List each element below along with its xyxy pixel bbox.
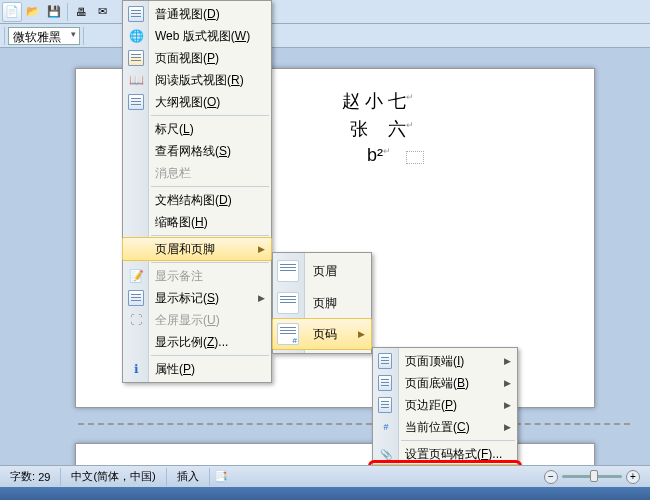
menu-item-web-view[interactable]: 🌐Web 版式视图(W) xyxy=(123,25,271,47)
doc-text: 张 xyxy=(350,119,368,139)
toolbar-row-1: 📄 📂 💾 🖶 ✉ xyxy=(0,0,650,24)
status-bar: 字数: 29 中文(简体，中国) 插入 📑 − + xyxy=(0,465,650,487)
status-indicator-icon[interactable]: 📑 xyxy=(210,468,232,486)
toolbar-button[interactable]: ✉ xyxy=(92,2,112,22)
menu-item-properties[interactable]: ℹ属性(P) xyxy=(123,358,271,380)
menu-item-show-markup[interactable]: 显示标记(S)▶ xyxy=(123,287,271,309)
doc-text: 赵 小 七 xyxy=(342,91,406,111)
menu-item-thumbnails[interactable]: 缩略图(H) xyxy=(123,211,271,233)
menu-item-format-page-numbers[interactable]: 📎设置页码格式(F)... xyxy=(373,443,517,465)
menu-item-page-bottom[interactable]: 页面底端(B)▶ xyxy=(373,372,517,394)
toolbar-button[interactable]: 📂 xyxy=(23,2,43,22)
toolbar-button[interactable]: 💾 xyxy=(44,2,64,22)
menu-item-fullscreen: ⛶全屏显示(U) xyxy=(123,309,271,331)
zoom-control: − + xyxy=(544,470,640,484)
menu-item-ruler[interactable]: 标尺(L) xyxy=(123,118,271,140)
toolbar-button[interactable]: 📄 xyxy=(2,2,22,22)
menu-item-reading-view[interactable]: 📖阅读版式视图(R) xyxy=(123,69,271,91)
toolbar-row-2: 微软雅黑 xyxy=(0,24,650,48)
submenu-arrow-icon: ▶ xyxy=(504,378,511,388)
submenu-arrow-icon: ▶ xyxy=(258,244,265,254)
menu-item-page-view[interactable]: 页面视图(P) xyxy=(123,47,271,69)
windows-taskbar[interactable] xyxy=(0,487,650,500)
status-language[interactable]: 中文(简体，中国) xyxy=(61,468,166,486)
doc-text: b² xyxy=(367,145,383,165)
menu-item-header[interactable]: 页眉 xyxy=(273,255,371,287)
toolbar-button[interactable]: 🖶 xyxy=(71,2,91,22)
submenu-arrow-icon: ▶ xyxy=(258,293,265,303)
font-selector[interactable]: 微软雅黑 xyxy=(8,27,80,45)
zoom-slider[interactable] xyxy=(562,475,622,478)
menu-item-normal-view[interactable]: 普通视图(D) xyxy=(123,3,271,25)
submenu-arrow-icon: ▶ xyxy=(504,400,511,410)
submenu-arrow-icon: ▶ xyxy=(504,356,511,366)
menu-item-header-footer[interactable]: 页眉和页脚▶ xyxy=(122,237,272,261)
menu-item-zoom[interactable]: 显示比例(Z)... xyxy=(123,331,271,353)
status-insert-mode[interactable]: 插入 xyxy=(167,468,210,486)
zoom-in-button[interactable]: + xyxy=(626,470,640,484)
menu-item-page-margins[interactable]: 页边距(P)▶ xyxy=(373,394,517,416)
menu-item-message-bar: 消息栏 xyxy=(123,162,271,184)
status-word-count[interactable]: 字数: 29 xyxy=(0,468,61,486)
zoom-thumb[interactable] xyxy=(590,470,598,482)
menu-item-page-top[interactable]: 页面顶端(I)▶ xyxy=(373,350,517,372)
zoom-out-button[interactable]: − xyxy=(544,470,558,484)
header-footer-submenu: 页眉 页脚 #页码▶ xyxy=(272,252,372,354)
menu-item-outline-view[interactable]: 大纲视图(O) xyxy=(123,91,271,113)
view-menu: 普通视图(D) 🌐Web 版式视图(W) 页面视图(P) 📖阅读版式视图(R) … xyxy=(122,0,272,383)
menu-item-page-number[interactable]: #页码▶ xyxy=(272,318,372,350)
menu-item-docmap[interactable]: 文档结构图(D) xyxy=(123,189,271,211)
menu-item-current-position[interactable]: #当前位置(C)▶ xyxy=(373,416,517,438)
menu-item-show-notes: 📝显示备注 xyxy=(123,265,271,287)
submenu-arrow-icon: ▶ xyxy=(358,329,365,339)
submenu-arrow-icon: ▶ xyxy=(504,422,511,432)
menu-item-gridlines[interactable]: 查看网格线(S) xyxy=(123,140,271,162)
page-break-indicator xyxy=(78,423,630,425)
menu-item-footer[interactable]: 页脚 xyxy=(273,287,371,319)
